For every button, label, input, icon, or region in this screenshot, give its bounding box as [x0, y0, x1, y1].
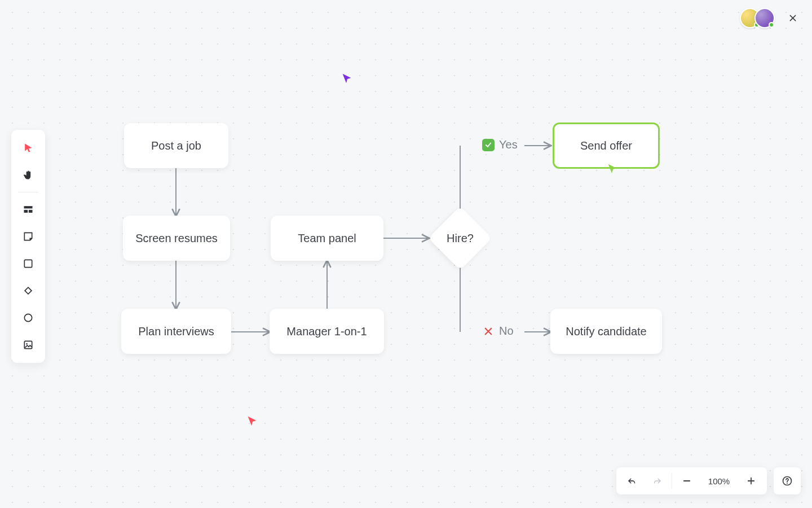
node-label: Screen resumes [135, 232, 218, 245]
redo-icon [652, 476, 662, 486]
x-icon [482, 325, 495, 338]
node-label: Team panel [298, 232, 356, 245]
minus-icon [682, 476, 692, 486]
branch-label: No [499, 325, 514, 338]
tool-image[interactable] [16, 332, 41, 357]
help-icon [782, 475, 793, 487]
zoom-bar: 100% [616, 467, 801, 494]
help-button[interactable] [774, 467, 801, 494]
node-notify-candidate[interactable]: Notify candidate [550, 309, 662, 354]
undo-button[interactable] [620, 468, 645, 493]
presence-dot [769, 22, 774, 28]
tool-sticky[interactable] [16, 224, 41, 249]
canvas[interactable]: Post a job Screen resumes Plan interview… [0, 0, 812, 508]
svg-rect-2 [29, 210, 33, 213]
svg-rect-3 [24, 260, 32, 267]
avatar[interactable] [754, 8, 775, 28]
node-label: Post a job [151, 139, 201, 152]
branch-no[interactable]: No [482, 325, 514, 338]
node-decision-hire[interactable]: Hire? [438, 216, 483, 261]
plus-icon [746, 476, 756, 486]
zoom-in-button[interactable] [739, 468, 764, 493]
svg-point-19 [787, 483, 788, 484]
zoom-panel: 100% [616, 467, 767, 494]
redo-button[interactable] [645, 468, 669, 493]
svg-rect-0 [24, 206, 33, 208]
diamond-icon [23, 285, 34, 296]
collaborator-cursor-green [606, 163, 619, 177]
branch-yes[interactable]: Yes [482, 138, 518, 151]
node-label: Plan interviews [138, 325, 214, 338]
node-team-panel[interactable]: Team panel [271, 216, 383, 261]
check-icon [482, 139, 495, 151]
node-label: Hire? [438, 216, 483, 261]
collaborator-cursor-purple [341, 72, 353, 87]
square-icon [23, 258, 34, 269]
tool-select[interactable] [16, 135, 41, 160]
node-send-offer[interactable]: Send offer [553, 122, 660, 169]
node-plan-interviews[interactable]: Plan interviews [121, 309, 231, 354]
zoom-divider [672, 473, 672, 489]
node-post-job[interactable]: Post a job [124, 123, 228, 168]
svg-rect-1 [24, 210, 28, 213]
close-icon [788, 14, 797, 23]
node-label: Notify candidate [566, 325, 646, 338]
zoom-out-button[interactable] [674, 468, 699, 493]
node-label: Send offer [580, 139, 632, 152]
tool-pan[interactable] [16, 163, 41, 187]
undo-icon [627, 476, 637, 486]
toolbar [11, 130, 45, 363]
svg-point-5 [24, 314, 32, 321]
connectors [0, 0, 812, 508]
tool-template[interactable] [16, 197, 41, 222]
svg-point-7 [26, 343, 28, 345]
tool-diamond[interactable] [16, 278, 41, 303]
tool-circle[interactable] [16, 305, 41, 330]
template-icon [23, 204, 34, 215]
close-button[interactable] [785, 10, 801, 26]
toolbar-divider [18, 192, 38, 192]
tool-rectangle[interactable] [16, 251, 41, 276]
sticky-note-icon [23, 231, 34, 242]
topbar [740, 8, 801, 28]
collaborator-cursor-red [246, 415, 258, 430]
node-label: Manager 1-on-1 [286, 325, 367, 338]
hand-icon [23, 169, 34, 181]
circle-icon [23, 312, 34, 323]
zoom-level[interactable]: 100% [699, 476, 739, 486]
node-manager-1on1[interactable]: Manager 1-on-1 [270, 309, 384, 354]
branch-label: Yes [499, 138, 518, 151]
cursor-icon [23, 142, 34, 154]
node-screen-resumes[interactable]: Screen resumes [123, 216, 230, 261]
image-icon [23, 339, 34, 351]
svg-rect-4 [25, 287, 32, 294]
collaborator-avatars [740, 8, 775, 28]
